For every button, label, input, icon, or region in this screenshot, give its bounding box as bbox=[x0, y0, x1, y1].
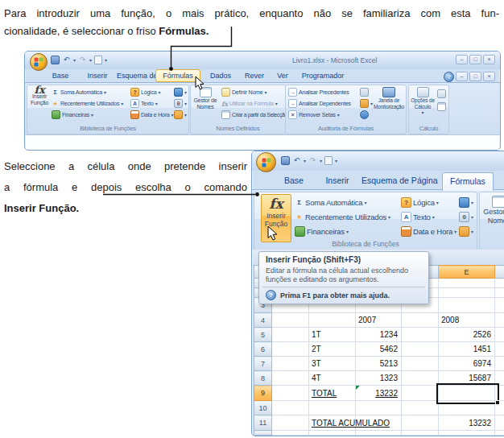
cell[interactable] bbox=[309, 431, 356, 436]
cell[interactable] bbox=[439, 279, 495, 288]
undo-caret-icon[interactable]: ▾ bbox=[73, 58, 76, 63]
text-button[interactable]: A Texto ▾ bbox=[130, 98, 158, 109]
qat-customize-icon[interactable]: ▾ bbox=[335, 159, 337, 163]
lookup-reference-button[interactable]: ▾ bbox=[459, 196, 473, 209]
workbook-close-button[interactable]: × bbox=[483, 72, 495, 81]
cell[interactable]: 4T bbox=[309, 371, 356, 386]
help-button[interactable]: ? bbox=[444, 72, 454, 82]
show-formulas-button[interactable] bbox=[360, 87, 369, 97]
tab-rever[interactable]: Rever bbox=[241, 72, 268, 80]
tab-programador[interactable]: Programador bbox=[297, 72, 349, 80]
cell[interactable] bbox=[402, 357, 439, 371]
print-preview-icon[interactable] bbox=[94, 56, 102, 64]
cell[interactable]: 2526 bbox=[439, 328, 495, 342]
tab-dados[interactable]: Dados bbox=[205, 72, 236, 80]
cell[interactable] bbox=[495, 357, 504, 371]
cell[interactable] bbox=[402, 328, 439, 342]
cell[interactable] bbox=[272, 415, 309, 431]
cell[interactable]: 1T bbox=[309, 328, 356, 342]
cell[interactable] bbox=[356, 401, 402, 415]
tab-inserir[interactable]: Inserir bbox=[81, 72, 114, 80]
tab-formulas-highlighted[interactable]: Fórmulas bbox=[155, 69, 200, 82]
cell[interactable] bbox=[272, 431, 309, 436]
cell[interactable] bbox=[495, 328, 504, 342]
column-header-e[interactable]: E bbox=[439, 266, 495, 279]
cell[interactable] bbox=[495, 313, 504, 328]
cell[interactable]: 13232 bbox=[439, 415, 495, 431]
trace-precedents-button[interactable]: → Analisar Precedentes bbox=[288, 87, 349, 97]
column-header[interactable] bbox=[495, 266, 504, 279]
cell[interactable] bbox=[495, 415, 504, 431]
recently-used-button[interactable]: ★ Recentemente Utilizados ▾ bbox=[52, 98, 123, 109]
selected-cell-e9[interactable] bbox=[436, 383, 499, 404]
logical-button[interactable]: ? Lógica ▾ bbox=[130, 87, 160, 97]
restore-button[interactable]: □ bbox=[469, 55, 481, 64]
cell[interactable] bbox=[402, 431, 439, 436]
cell[interactable] bbox=[439, 288, 495, 298]
cell[interactable] bbox=[402, 342, 439, 357]
text-button[interactable]: A Texto ▾ bbox=[401, 210, 435, 224]
calculate-now-button[interactable] bbox=[437, 89, 446, 99]
cell-total-value[interactable]: 13232 bbox=[356, 386, 402, 401]
cell-total-acumulado-label[interactable]: TOTAL ACUMULADO bbox=[309, 415, 356, 431]
define-name-button[interactable]: Definir Nome ▾ bbox=[221, 87, 266, 97]
cell[interactable] bbox=[309, 401, 356, 415]
row-header-5[interactable]: 5 bbox=[254, 328, 272, 342]
create-from-selection-button[interactable]: Criar a partir da Selecção bbox=[221, 110, 287, 120]
cell[interactable]: 6974 bbox=[439, 357, 495, 371]
cell[interactable]: 1323 bbox=[356, 371, 402, 386]
cell[interactable] bbox=[495, 288, 504, 298]
cell[interactable] bbox=[272, 313, 309, 328]
row-header-9-selected[interactable]: 9 bbox=[254, 386, 272, 401]
minimize-button[interactable]: – bbox=[456, 55, 468, 64]
fill-handle[interactable] bbox=[495, 400, 500, 405]
row-header-10[interactable]: 10 bbox=[254, 401, 272, 415]
evaluate-formula-button[interactable] bbox=[360, 110, 369, 120]
use-in-formula-button[interactable]: fx Utilizar na Fórmula ▾ bbox=[221, 98, 278, 109]
calculation-options-button[interactable]: Opções de Cálculo ▾ bbox=[410, 87, 436, 122]
insert-function-button-highlighted[interactable]: fx Inserir Função bbox=[261, 194, 291, 242]
more-functions-button[interactable]: ▾ bbox=[459, 225, 473, 238]
cell[interactable] bbox=[439, 298, 495, 313]
workbook-minimize-button[interactable]: – bbox=[456, 72, 468, 81]
cell[interactable] bbox=[402, 371, 439, 386]
save-icon[interactable] bbox=[281, 156, 290, 165]
undo-icon[interactable]: ↶ bbox=[292, 156, 301, 165]
financial-button[interactable]: Financeiras ▾ bbox=[295, 225, 349, 238]
cell[interactable] bbox=[402, 313, 439, 328]
cell-total-label[interactable]: TOTAL bbox=[309, 386, 356, 401]
cell[interactable] bbox=[402, 386, 439, 401]
tab-base[interactable]: Base bbox=[48, 72, 73, 80]
error-checking-button[interactable]: ▾ bbox=[360, 98, 373, 109]
cell[interactable] bbox=[272, 386, 309, 401]
cell[interactable]: 2T bbox=[309, 342, 356, 357]
trace-dependents-button[interactable]: → Analisar Dependentes bbox=[288, 98, 351, 109]
cell[interactable] bbox=[439, 431, 495, 436]
cell[interactable] bbox=[272, 401, 309, 415]
close-button[interactable]: × bbox=[483, 55, 495, 64]
cell[interactable] bbox=[272, 328, 309, 342]
financial-button[interactable]: Financeiras ▾ bbox=[52, 110, 93, 120]
cell-2008-header[interactable]: 2008 bbox=[439, 313, 495, 328]
row-header-8[interactable]: 8 bbox=[254, 371, 272, 386]
qat-customize-icon[interactable]: ▾ bbox=[105, 58, 107, 63]
redo-icon[interactable]: ↷ bbox=[78, 56, 87, 64]
cell[interactable]: 5213 bbox=[356, 357, 402, 371]
office-button[interactable] bbox=[256, 152, 276, 172]
tab-inserir[interactable]: Inserir bbox=[318, 176, 357, 185]
insert-function-button[interactable]: fx Inserir Função bbox=[29, 87, 50, 122]
undo-icon[interactable]: ↶ bbox=[62, 56, 71, 64]
tab-base[interactable]: Base bbox=[276, 176, 312, 185]
date-time-button[interactable]: Data e Hora ▾ bbox=[130, 110, 173, 120]
autosum-button[interactable]: Σ Soma Automática ▾ bbox=[295, 196, 366, 209]
row-header-11[interactable]: 11 bbox=[254, 415, 272, 431]
lookup-reference-button[interactable]: ▾ bbox=[174, 87, 187, 97]
workbook-restore-button[interactable]: □ bbox=[469, 72, 481, 81]
redo-icon[interactable]: ↷ bbox=[308, 156, 317, 165]
tab-esquema-de-pagina[interactable]: Esquema de Página bbox=[361, 176, 437, 185]
row-header-7[interactable]: 7 bbox=[254, 357, 272, 371]
cell[interactable] bbox=[402, 415, 439, 431]
autosum-button[interactable]: Σ Soma Automática ▾ bbox=[52, 87, 106, 97]
cell-2007-header[interactable]: 2007 bbox=[356, 313, 402, 328]
cell[interactable] bbox=[272, 357, 309, 371]
